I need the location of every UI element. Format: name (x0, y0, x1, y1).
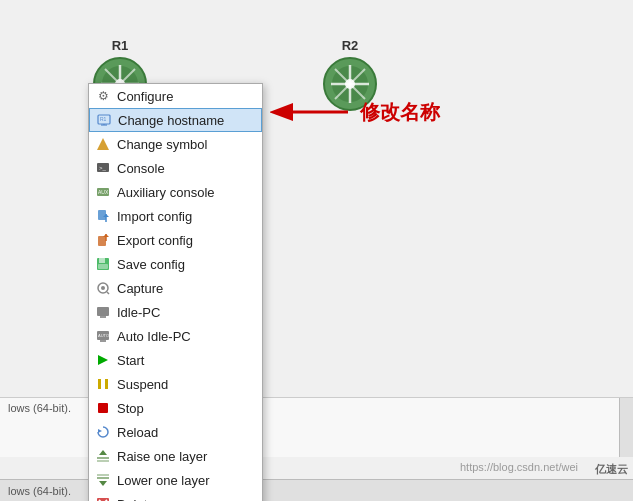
svg-text:AUTO: AUTO (98, 333, 109, 338)
svg-rect-51 (97, 474, 109, 476)
menu-item-suspend[interactable]: Suspend (89, 372, 262, 396)
svg-point-13 (345, 79, 355, 89)
symbol-icon (95, 136, 111, 152)
svg-point-35 (101, 286, 105, 290)
menu-item-lower-layer[interactable]: Lower one layer (89, 468, 262, 492)
svg-rect-50 (97, 477, 109, 479)
menu-item-import-config-label: Import config (117, 209, 192, 224)
svg-rect-32 (99, 258, 105, 263)
save-icon (95, 256, 111, 272)
lower-layer-icon (95, 472, 111, 488)
import-icon (95, 208, 111, 224)
context-menu: ⚙ Configure R1 Change hostname (88, 83, 263, 501)
idlepc-icon (95, 304, 111, 320)
menu-item-suspend-label: Suspend (117, 377, 168, 392)
menu-item-aux-console-label: Auxiliary console (117, 185, 215, 200)
export-icon (95, 232, 111, 248)
menu-item-console-label: Console (117, 161, 165, 176)
start-icon (95, 352, 111, 368)
menu-item-change-symbol[interactable]: Change symbol (89, 132, 262, 156)
menu-item-idlepc-label: Idle-PC (117, 305, 160, 320)
menu-item-configure-label: Configure (117, 89, 173, 104)
menu-item-delete[interactable]: Delete (89, 492, 262, 501)
canvas-area: R1 R2 (0, 0, 633, 501)
menu-item-export-config[interactable]: Export config (89, 228, 262, 252)
configure-icon: ⚙ (95, 88, 111, 104)
menu-item-console[interactable]: >_ Console (89, 156, 262, 180)
svg-rect-44 (105, 379, 108, 389)
menu-item-reload-label: Reload (117, 425, 158, 440)
menu-item-change-symbol-label: Change symbol (117, 137, 207, 152)
svg-rect-37 (97, 307, 109, 316)
menu-item-start[interactable]: Start (89, 348, 262, 372)
menu-item-export-config-label: Export config (117, 233, 193, 248)
arrow-icon (270, 98, 350, 126)
menu-item-aux-console[interactable]: AUX Auxiliary console (89, 180, 262, 204)
delete-icon (95, 496, 111, 501)
menu-item-change-hostname-label: Change hostname (118, 113, 224, 128)
menu-item-stop[interactable]: Stop (89, 396, 262, 420)
menu-item-auto-idlepc-label: Auto Idle-PC (117, 329, 191, 344)
svg-rect-48 (97, 460, 109, 462)
watermark-logo: 亿速云 (595, 462, 628, 477)
annotation: 修改名称 (270, 98, 440, 126)
menu-item-change-hostname[interactable]: R1 Change hostname (89, 108, 262, 132)
aux-console-icon: AUX (95, 184, 111, 200)
menu-item-reload[interactable]: Reload (89, 420, 262, 444)
reload-icon (95, 424, 111, 440)
svg-text:>_: >_ (99, 165, 107, 171)
statusbar-text: lows (64-bit). (8, 485, 71, 497)
raise-layer-icon (95, 448, 111, 464)
menu-item-lower-layer-label: Lower one layer (117, 473, 210, 488)
svg-rect-28 (98, 236, 106, 246)
hostname-icon: R1 (96, 112, 112, 128)
watermark: https://blog.csdn.net/wei (460, 461, 578, 473)
svg-rect-25 (98, 210, 106, 220)
stop-icon (95, 400, 111, 416)
router-r1-label: R1 (80, 38, 160, 53)
menu-item-auto-idlepc[interactable]: AUTO Auto Idle-PC (89, 324, 262, 348)
svg-text:AUX: AUX (98, 189, 109, 195)
console-icon: >_ (95, 160, 111, 176)
suspend-icon (95, 376, 111, 392)
menu-item-raise-layer[interactable]: Raise one layer (89, 444, 262, 468)
menu-item-stop-label: Stop (117, 401, 144, 416)
menu-item-save-config-label: Save config (117, 257, 185, 272)
menu-item-import-config[interactable]: Import config (89, 204, 262, 228)
router-r2-label: R2 (310, 38, 390, 53)
menu-item-delete-label: Delete (117, 497, 155, 502)
svg-marker-42 (98, 355, 108, 365)
menu-item-capture[interactable]: Capture (89, 276, 262, 300)
svg-line-36 (107, 292, 109, 294)
svg-marker-46 (98, 429, 102, 433)
network-area: R1 R2 (0, 28, 633, 479)
menu-item-raise-layer-label: Raise one layer (117, 449, 207, 464)
svg-marker-20 (97, 138, 109, 150)
svg-rect-47 (97, 457, 109, 459)
auto-idlepc-icon: AUTO (95, 328, 111, 344)
annotation-text: 修改名称 (360, 99, 440, 126)
menu-item-capture-label: Capture (117, 281, 163, 296)
svg-text:R1: R1 (100, 116, 107, 122)
svg-marker-49 (99, 450, 107, 455)
svg-marker-52 (99, 481, 107, 486)
bottom-scrollbar[interactable] (619, 398, 633, 457)
menu-item-configure[interactable]: ⚙ Configure (89, 84, 262, 108)
svg-rect-45 (98, 403, 108, 413)
capture-icon (95, 280, 111, 296)
svg-rect-43 (98, 379, 101, 389)
menu-item-save-config[interactable]: Save config (89, 252, 262, 276)
menu-item-start-label: Start (117, 353, 144, 368)
svg-rect-33 (98, 264, 108, 269)
menu-item-idlepc[interactable]: Idle-PC (89, 300, 262, 324)
